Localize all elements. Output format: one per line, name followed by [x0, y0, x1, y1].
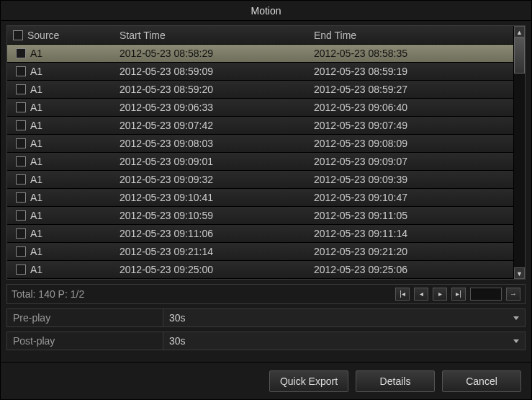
table-row[interactable]: A12012-05-23 09:08:032012-05-23 09:08:09 [7, 135, 513, 153]
row-checkbox[interactable] [16, 174, 26, 185]
row-checkbox[interactable] [16, 120, 26, 130]
header-source: Source [27, 30, 59, 41]
row-start: 2012-05-23 09:21:14 [115, 246, 310, 257]
row-checkbox[interactable] [16, 84, 26, 94]
row-end: 2012-05-23 09:11:05 [310, 210, 513, 221]
row-checkbox[interactable] [16, 228, 26, 239]
row-end: 2012-05-23 08:59:27 [310, 84, 513, 95]
row-start: 2012-05-23 09:07:42 [115, 120, 310, 131]
postplay-value: 30s [169, 335, 186, 347]
row-end: 2012-05-23 09:10:47 [310, 192, 513, 203]
row-source: A1 [30, 138, 42, 149]
row-checkbox[interactable] [16, 48, 26, 58]
postplay-label: Post-play [7, 335, 163, 347]
row-source: A1 [30, 264, 42, 275]
row-start: 2012-05-23 09:25:00 [115, 264, 310, 275]
row-start: 2012-05-23 09:06:33 [115, 102, 310, 113]
scroll-track[interactable] [514, 37, 525, 267]
postplay-select[interactable]: 30s [163, 332, 525, 350]
table-row[interactable]: A12012-05-23 09:07:422012-05-23 09:07:49 [7, 117, 513, 135]
go-page-button[interactable]: → [506, 288, 520, 301]
row-checkbox[interactable] [16, 102, 26, 112]
preplay-value: 30s [169, 312, 186, 324]
row-checkbox[interactable] [16, 210, 26, 221]
table-row[interactable]: A12012-05-23 09:10:592012-05-23 09:11:05 [7, 207, 513, 225]
row-source: A1 [30, 102, 42, 113]
row-start: 2012-05-23 09:08:03 [115, 138, 310, 149]
row-source: A1 [30, 66, 42, 77]
dialog-title: Motion [1, 1, 531, 21]
row-source: A1 [30, 48, 42, 59]
header-start: Start Time [115, 30, 310, 41]
row-end: 2012-05-23 09:21:20 [310, 246, 513, 257]
vertical-scrollbar[interactable]: ▲ ▼ [513, 26, 525, 279]
row-end: 2012-05-23 09:25:06 [310, 264, 513, 275]
row-end: 2012-05-23 08:59:19 [310, 66, 513, 77]
postplay-row: Post-play 30s [6, 332, 526, 350]
row-end: 2012-05-23 09:09:07 [310, 156, 513, 167]
row-start: 2012-05-23 08:59:20 [115, 84, 310, 95]
next-page-button[interactable]: ▸ [433, 288, 447, 301]
table-row[interactable]: A12012-05-23 09:09:012012-05-23 09:09:07 [7, 153, 513, 171]
row-checkbox[interactable] [16, 138, 26, 148]
row-source: A1 [30, 228, 42, 239]
scroll-down-icon[interactable]: ▼ [514, 267, 525, 279]
row-start: 2012-05-23 09:10:59 [115, 210, 310, 221]
prev-page-button[interactable]: ◂ [414, 288, 428, 301]
scroll-thumb[interactable] [514, 37, 525, 74]
motion-table: Source Start Time End Time A12012-05-23 … [6, 25, 526, 280]
first-page-button[interactable]: |◂ [395, 288, 410, 301]
table-row[interactable]: A12012-05-23 08:59:092012-05-23 08:59:19 [7, 63, 513, 81]
scroll-up-icon[interactable]: ▲ [514, 26, 525, 37]
preplay-label: Pre-play [7, 312, 163, 324]
table-row[interactable]: A12012-05-23 09:09:322012-05-23 09:09:39 [7, 171, 513, 189]
table-row[interactable]: A12012-05-23 08:58:292012-05-23 08:58:35 [7, 45, 513, 63]
row-checkbox[interactable] [16, 246, 26, 257]
row-source: A1 [30, 210, 42, 221]
row-start: 2012-05-23 08:59:09 [115, 66, 310, 77]
pager: Total: 140 P: 1/2 |◂ ◂ ▸ ▸| → [6, 284, 526, 304]
row-end: 2012-05-23 09:07:49 [310, 120, 513, 131]
row-checkbox[interactable] [16, 156, 26, 166]
select-all-checkbox[interactable] [13, 30, 23, 40]
row-start: 2012-05-23 09:10:41 [115, 192, 310, 203]
row-end: 2012-05-23 08:58:35 [310, 48, 513, 59]
last-page-button[interactable]: ▸| [451, 288, 466, 301]
row-start: 2012-05-23 09:11:06 [115, 228, 310, 239]
row-end: 2012-05-23 09:11:14 [310, 228, 513, 239]
row-source: A1 [30, 156, 42, 167]
header-end: End Time [310, 30, 513, 41]
table-row[interactable]: A12012-05-23 09:11:062012-05-23 09:11:14 [7, 225, 513, 243]
row-start: 2012-05-23 09:09:32 [115, 174, 310, 185]
dialog-content: Source Start Time End Time A12012-05-23 … [1, 21, 531, 362]
row-end: 2012-05-23 09:09:39 [310, 174, 513, 185]
row-end: 2012-05-23 09:08:09 [310, 138, 513, 149]
pager-status: Total: 140 P: 1/2 [12, 288, 84, 300]
row-source: A1 [30, 192, 42, 203]
table-header-row: Source Start Time End Time [7, 26, 513, 45]
row-checkbox[interactable] [16, 265, 26, 275]
row-checkbox[interactable] [16, 192, 26, 203]
row-end: 2012-05-23 09:06:40 [310, 102, 513, 113]
table-row[interactable]: A12012-05-23 08:59:202012-05-23 08:59:27 [7, 81, 513, 99]
row-source: A1 [30, 246, 42, 257]
preplay-row: Pre-play 30s [6, 308, 526, 327]
motion-dialog: Motion Source Start Time End Time A12012… [0, 0, 532, 400]
table-row[interactable]: A12012-05-23 09:21:142012-05-23 09:21:20 [7, 243, 513, 261]
table-row[interactable]: A12012-05-23 09:10:412012-05-23 09:10:47 [7, 189, 513, 207]
row-source: A1 [30, 84, 42, 95]
cancel-button[interactable]: Cancel [442, 370, 521, 392]
table-row[interactable]: A12012-05-23 09:06:332012-05-23 09:06:40 [7, 99, 513, 117]
row-source: A1 [30, 174, 42, 185]
row-start: 2012-05-23 08:58:29 [115, 48, 310, 59]
quick-export-button[interactable]: Quick Export [269, 370, 348, 392]
table-row[interactable]: A12012-05-23 09:25:002012-05-23 09:25:06 [7, 261, 513, 279]
preplay-select[interactable]: 30s [163, 309, 525, 326]
details-button[interactable]: Details [356, 370, 435, 392]
row-checkbox[interactable] [16, 66, 26, 76]
row-source: A1 [30, 120, 42, 131]
dialog-footer: Quick Export Details Cancel [1, 362, 531, 399]
row-start: 2012-05-23 09:09:01 [115, 156, 310, 167]
page-input[interactable] [470, 288, 502, 301]
